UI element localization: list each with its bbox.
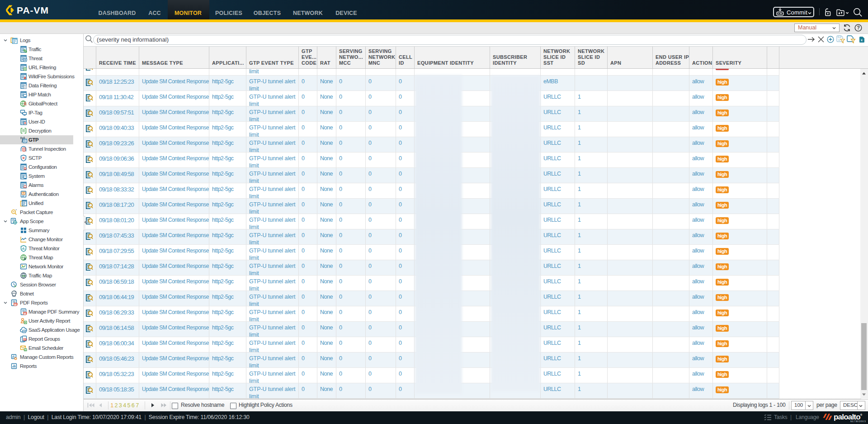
svg-text:x: x: [861, 38, 863, 42]
svg-text:PDF: PDF: [24, 339, 27, 341]
svg-text:PDF: PDF: [14, 303, 18, 305]
svg-text:PDF: PDF: [24, 312, 27, 314]
svg-text:?: ?: [857, 25, 859, 30]
